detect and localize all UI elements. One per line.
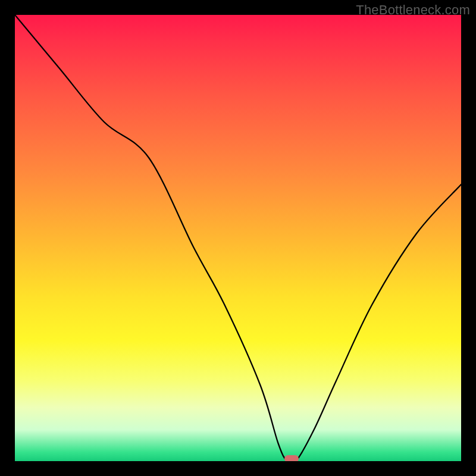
- optimum-marker: [284, 455, 299, 461]
- plot-area: [15, 15, 461, 461]
- watermark-text: TheBottleneck.com: [356, 2, 470, 18]
- bottleneck-curve-svg: [15, 15, 461, 461]
- bottleneck-curve-line: [15, 15, 461, 461]
- chart-frame: TheBottleneck.com: [0, 0, 476, 476]
